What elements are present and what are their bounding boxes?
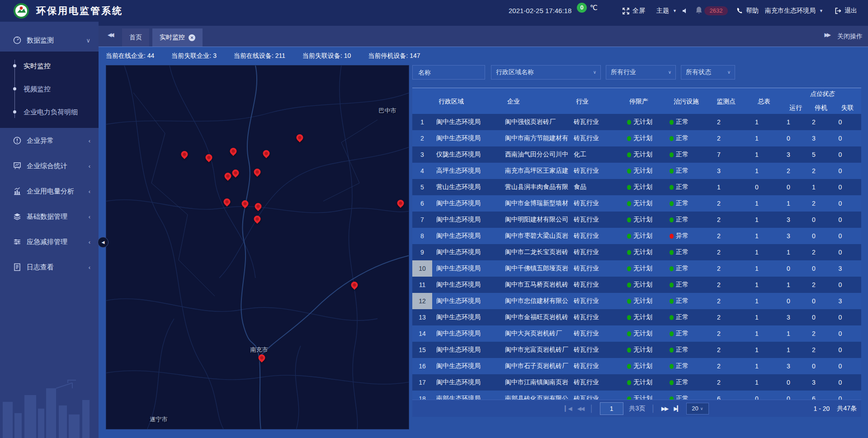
map-pin-icon[interactable]: [181, 151, 189, 160]
scroll-tabs-right-icon[interactable]: ▶▶: [825, 32, 829, 38]
map-pin-icon[interactable]: [296, 134, 304, 144]
cell-monitor: 2: [707, 358, 745, 374]
sidebar-subitem-0-0[interactable]: 实时监控: [0, 54, 99, 77]
map-canvas[interactable]: 巴中市南充市遂宁市: [106, 65, 409, 429]
table-row[interactable]: 3仪陇生态环境局西南油气田分公司川中化工无计划正常71350: [412, 146, 861, 163]
status-dot-green: [627, 266, 631, 271]
sidebar-item-1[interactable]: 企业异常‹: [0, 128, 99, 153]
org-menu[interactable]: 南充市生态环境局 ▼: [765, 0, 823, 22]
table-row[interactable]: 10阆中生态环境局阆中千佛镇五郎垭页岩砖瓦行业无计划正常21003: [412, 260, 861, 277]
table-row[interactable]: 7阆中生态环境局阆中明阳建材有限公司砖瓦行业无计划正常21300: [412, 212, 861, 228]
table-row[interactable]: 8阆中生态环境局阆中市枣碧大梁山页岩砖瓦行业无计划异常21300: [412, 228, 861, 244]
fullscreen-button[interactable]: 全屏: [622, 0, 645, 22]
industry-filter-select[interactable]: 所有行业 ∨: [606, 65, 676, 80]
map-pin-icon[interactable]: [230, 147, 237, 157]
stop-plan-label: 无计划: [633, 167, 652, 175]
map-pin-icon[interactable]: [224, 172, 232, 182]
cell-region: 高坪生态环境局: [432, 163, 501, 179]
table-row[interactable]: 17阆中生态环境局阆中市江南镇阆南页岩砖瓦行业无计划正常21030: [412, 374, 861, 391]
sidebar-item-0[interactable]: 数据监测∨: [0, 29, 99, 52]
stat-value: 211: [275, 52, 285, 59]
table-row[interactable]: 4高坪生态环境局南充市高坪区王家店建砖瓦行业无计划正常31220: [412, 163, 861, 179]
sidebar-item-6[interactable]: 日志查看‹: [0, 254, 99, 280]
first-page-icon[interactable]: ▎◀: [565, 405, 571, 412]
bell-icon[interactable]: [695, 6, 703, 14]
sidebar-item-4[interactable]: 基础数据管理‹: [0, 204, 99, 229]
row-total-label: 共47条: [837, 405, 857, 413]
cell-run: 3: [783, 358, 808, 374]
cell-stop: 无计划: [623, 260, 665, 277]
tab-home[interactable]: 首页: [122, 28, 149, 47]
table-row[interactable]: 13阆中生态环境局阆中市金福旺页岩机砖砖瓦行业无计划正常21300: [412, 309, 861, 325]
tab-realtime-monitor[interactable]: 实时监控 ×: [152, 28, 203, 47]
mute-button[interactable]: [682, 0, 689, 22]
map-pin-icon[interactable]: [255, 203, 262, 212]
table-row[interactable]: 2阆中生态环境局阆中市南方节能建材有砖瓦行业无计划正常21030: [412, 130, 861, 146]
table-row[interactable]: 15阆中生态环境局阆中市光富页岩机砖厂砖瓦行业无计划正常21120: [412, 342, 861, 358]
logout-button[interactable]: 退出: [835, 0, 857, 22]
cell-region: 阆中生态环境局: [432, 244, 501, 260]
map-pin-icon[interactable]: [205, 154, 213, 164]
sidebar-item-label: 数据监测: [27, 36, 54, 45]
close-tab-icon[interactable]: ×: [189, 34, 195, 41]
cell-down: 0: [808, 212, 834, 228]
table-row[interactable]: 6阆中生态环境局阆中市金博瑞新型墙材砖瓦行业无计划正常21120: [412, 195, 861, 212]
table-row[interactable]: 5营山生态环境局营山县润丰肉食品有限食品无计划正常10010: [412, 179, 861, 195]
col-header-monitor: 监测点: [707, 88, 745, 114]
help-button[interactable]: 帮助: [736, 0, 759, 22]
cell-monitor: 7: [707, 146, 745, 163]
map-pin-icon[interactable]: [241, 200, 249, 210]
name-filter[interactable]: [412, 65, 485, 80]
sidebar-item-5[interactable]: 应急减排管理‹: [0, 229, 99, 254]
collapse-sidebar-handle[interactable]: ◀: [98, 237, 108, 248]
sidebar-subitem-0-2[interactable]: 企业电力负荷明细: [0, 100, 99, 123]
facility-status-label: 正常: [676, 378, 689, 386]
map-pin-icon[interactable]: [397, 199, 405, 209]
pagination-bar: ▎◀ ◀◀ │ 共3页 │ ▶▶ ▶▎ 20 ∨ 1 - 20 共47条: [412, 400, 861, 417]
map-pin-icon[interactable]: [232, 169, 240, 179]
region-filter-select[interactable]: 行政区域名称 ∨: [491, 65, 601, 80]
cell-company: 阆中强锐页岩砖厂: [501, 114, 570, 130]
status-dot-green: [627, 364, 631, 369]
chevron-left-icon: ‹: [89, 264, 90, 271]
map-pin-icon[interactable]: [263, 150, 270, 160]
cell-lost: 0: [834, 114, 861, 130]
page-number-input[interactable]: [600, 402, 623, 415]
map-pin-icon[interactable]: [258, 354, 266, 364]
map-pin-icon[interactable]: [223, 198, 231, 208]
status-dot-green: [670, 201, 674, 206]
map-pin-icon[interactable]: [254, 168, 261, 178]
col-header-industry: 行业: [576, 88, 589, 114]
theme-menu[interactable]: 主题 ▼: [656, 0, 677, 22]
pin-shape: [240, 199, 250, 208]
table-row[interactable]: 16阆中生态环境局阆中市石子页岩机砖厂砖瓦行业无计划正常21300: [412, 358, 861, 374]
table-row[interactable]: 1阆中生态环境局阆中强锐页岩砖厂砖瓦行业无计划正常21120: [412, 114, 861, 130]
cell-lost: 0: [834, 342, 861, 358]
table-row[interactable]: 11阆中生态环境局阆中市五马桥页岩机砖砖瓦行业无计划正常21120: [412, 277, 861, 293]
close-operations-button[interactable]: 关闭操作: [837, 33, 863, 41]
page-size-select[interactable]: 20 ∨: [686, 403, 709, 414]
sidebar-item-label: 企业用电量分析: [27, 187, 74, 196]
table-row[interactable]: 9阆中生态环境局阆中市二龙长宝页岩砖砖瓦行业无计划正常21120: [412, 244, 861, 260]
sidebar-item-2[interactable]: 企业综合统计‹: [0, 153, 99, 179]
cell-industry: 砖瓦行业: [570, 374, 623, 391]
cell-meter: 0: [745, 179, 783, 195]
sidebar-item-3[interactable]: 企业用电量分析‹: [0, 179, 99, 204]
next-page-icon[interactable]: ▶▶: [661, 405, 668, 412]
table-row[interactable]: 18南部生态环境局南部县砖化页岩有限公砖瓦行业无计划正常60060: [412, 391, 861, 400]
last-page-icon[interactable]: ▶▎: [674, 405, 680, 412]
map-pin-icon[interactable]: [254, 215, 261, 225]
cell-num: 1: [412, 114, 432, 130]
scroll-tabs-left-icon[interactable]: ◀◀: [108, 32, 112, 38]
name-filter-input[interactable]: [417, 68, 480, 76]
sidebar-subitem-0-1[interactable]: 视频监控: [0, 77, 99, 100]
cell-meter: 1: [745, 309, 783, 325]
map-pin-icon[interactable]: [351, 281, 359, 291]
table-row[interactable]: 14阆中生态环境局阆中大兴页岩机砖厂砖瓦行业无计划正常21120: [412, 325, 861, 342]
status-filter-select[interactable]: 所有状态 ∨: [681, 65, 735, 80]
status-dot-green: [670, 315, 674, 320]
cell-meter: 1: [745, 260, 783, 277]
table-row[interactable]: 12阆中生态环境局阆中市忠信建材有限公砖瓦行业无计划正常21003: [412, 293, 861, 309]
prev-page-icon[interactable]: ◀◀: [577, 405, 584, 412]
notification-count-badge[interactable]: 2632: [704, 6, 728, 15]
